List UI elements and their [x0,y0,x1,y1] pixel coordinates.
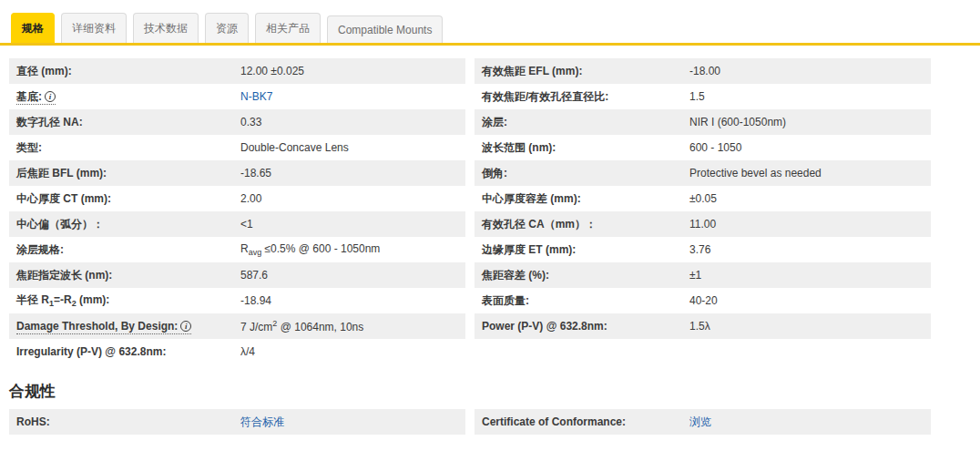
spec-label: 后焦距 BFL (mm): [16,166,240,181]
tabs: 规格详细资料技术数据资源相关产品Compatible Mounts [11,13,980,43]
spec-value: Ravg ≤0.5% @ 600 - 1050nm [240,242,380,257]
spec-label: Power (P-V) @ 632.8nm: [482,320,689,333]
spec-label: 有效孔径 CA（mm）： [482,217,689,232]
table-row: 焦距指定波长 (nm):587.6 [9,262,465,288]
spec-label: 中心厚度 CT (mm): [16,191,240,207]
tab-compatible-mounts[interactable]: Compatible Mounts [327,15,443,43]
table-row: 中心厚度 CT (mm):2.00 [9,186,465,211]
spec-label: 有效焦距/有效孔径直径比: [482,89,689,105]
compliance-table: RoHS:符合标准 Certificate of Conformance:浏览 [9,409,931,435]
spec-value: Double-Concave Lens [240,141,349,154]
info-icon[interactable]: i [45,91,56,102]
spec-value-link[interactable]: 浏览 [689,415,711,428]
table-row: 后焦距 BFL (mm):-18.65 [9,160,465,186]
spec-value: -18.94 [240,294,271,307]
spec-value-link[interactable]: 符合标准 [240,415,284,428]
table-row: 倒角:Protective bevel as needed [475,160,931,186]
spec-value: NIR I (600-1050nm) [689,116,786,128]
spec-label: RoHS: [16,415,240,428]
spec-label: 表面质量: [482,293,689,309]
table-row: 波长范围 (nm):600 - 1050 [475,135,931,160]
spec-label: 焦距容差 (%): [482,268,689,283]
tab-specs[interactable]: 规格 [11,13,55,43]
spec-label: Irregularity (P-V) @ 632.8nm: [16,345,240,358]
table-row: 有效焦距 EFL (mm):-18.00 [475,58,931,84]
spec-label: 波长范围 (nm): [482,140,689,156]
tab-resources[interactable]: 资源 [205,13,249,43]
table-row: Certificate of Conformance:浏览 [475,409,931,435]
table-row: Damage Threshold, By Design:i7 J/cm2 @ 1… [9,313,465,339]
table-row: 边缘厚度 ET (mm):3.76 [475,237,931,262]
table-row: 直径 (mm):12.00 ±0.025 [9,58,465,84]
spec-label: 倒角: [482,166,689,181]
spec-table-right-column: 有效焦距 EFL (mm):-18.00有效焦距/有效孔径直径比:1.5涂层:N… [475,58,931,364]
spec-value: 2.00 [240,192,261,205]
info-icon[interactable]: i [180,321,191,332]
table-row: 焦距容差 (%):±1 [475,262,931,288]
spec-label: 有效焦距 EFL (mm): [482,64,689,79]
spec-label: 基底:i [16,89,240,105]
spec-label: 边缘厚度 ET (mm): [482,242,689,258]
compliance-left-column: RoHS:符合标准 [9,409,465,435]
table-row: 有效孔径 CA（mm）：11.00 [475,211,931,237]
compliance-right-column: Certificate of Conformance:浏览 [475,409,931,435]
spec-label: 涂层规格: [16,242,240,258]
table-row: 涂层规格:Ravg ≤0.5% @ 600 - 1050nm [9,237,465,262]
spec-value: 11.00 [689,218,716,231]
table-row: 类型:Double-Concave Lens [9,135,465,160]
compliance-heading: 合规性 [9,381,931,402]
spec-label: 焦距指定波长 (nm): [16,268,240,283]
table-row: 中心偏（弧分）：<1 [9,211,465,237]
spec-value: 符合标准 [240,415,284,430]
spec-table: 直径 (mm):12.00 ±0.025基底:iN-BK7数字孔径 NA:0.3… [9,58,931,364]
spec-value: ±1 [689,269,701,282]
table-row: RoHS:符合标准 [9,409,465,435]
spec-value-link[interactable]: N-BK7 [240,90,272,103]
spec-label: 半径 R1=-R2 (mm): [16,292,240,308]
spec-value: Protective bevel as needed [689,167,822,179]
spec-label: 涂层: [482,115,689,130]
spec-value: 587.6 [240,269,268,282]
spec-value: -18.00 [689,65,720,77]
table-row: 有效焦距/有效孔径直径比:1.5 [475,84,931,109]
spec-value: 3.76 [689,243,710,256]
table-row: Irregularity (P-V) @ 632.8nm:λ/4 [9,339,465,364]
spec-label: 数字孔径 NA: [16,115,240,130]
spec-value: 浏览 [689,415,711,430]
spec-value: 40-20 [689,294,718,307]
spec-value: N-BK7 [240,90,272,103]
table-row: 中心厚度容差 (mm):±0.05 [475,186,931,211]
spec-value: 7 J/cm2 @ 1064nm, 10ns [240,319,363,333]
tab-details[interactable]: 详细资料 [61,13,127,43]
spec-label: 直径 (mm): [16,64,240,79]
table-row: 半径 R1=-R2 (mm):-18.94 [9,288,465,313]
tab-bar: 规格详细资料技术数据资源相关产品Compatible Mounts [0,0,980,46]
spec-value: ±0.05 [689,192,717,205]
table-row: 涂层:NIR I (600-1050nm) [475,109,931,135]
spec-label: 中心厚度容差 (mm): [482,191,689,207]
spec-value: λ/4 [240,345,255,358]
spec-table-left-column: 直径 (mm):12.00 ±0.025基底:iN-BK7数字孔径 NA:0.3… [9,58,465,364]
spec-value: 600 - 1050 [689,141,741,154]
spec-value: 12.00 ±0.025 [240,65,304,77]
spec-label: 类型: [16,140,240,156]
spec-label: Damage Threshold, By Design:i [16,320,240,333]
spec-value: -18.65 [240,167,271,179]
spec-value: 1.5 [689,90,705,103]
tab-related-products[interactable]: 相关产品 [255,13,321,43]
spec-content: 直径 (mm):12.00 ±0.025基底:iN-BK7数字孔径 NA:0.3… [9,58,931,435]
table-row: 数字孔径 NA:0.33 [9,109,465,135]
spec-value: 0.33 [240,116,261,128]
table-row: 基底:iN-BK7 [9,84,465,109]
table-row: Power (P-V) @ 632.8nm:1.5λ [475,313,931,339]
spec-label: 中心偏（弧分）： [16,217,240,232]
table-row: 表面质量:40-20 [475,288,931,313]
spec-value: 1.5λ [689,320,710,333]
spec-value: <1 [240,218,253,231]
tab-technical-data[interactable]: 技术数据 [133,13,199,43]
spec-label: Certificate of Conformance: [482,415,689,428]
table-row [475,339,931,364]
